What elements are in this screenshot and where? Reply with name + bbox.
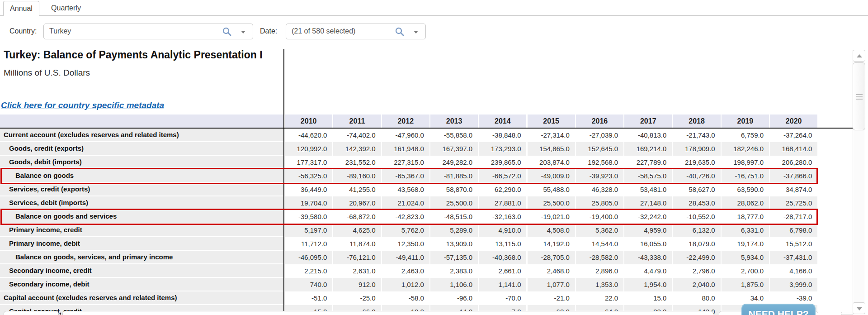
table-cell: 20,967.0 xyxy=(333,196,381,210)
table-cell: 152,645.0 xyxy=(576,142,623,156)
table-cell: 25,805.0 xyxy=(576,196,623,210)
table-cell: 2,463.0 xyxy=(382,264,429,278)
table-cell: 19,174.0 xyxy=(722,237,769,251)
country-metadata-link[interactable]: Click here for country specific metadata xyxy=(1,100,164,110)
table-cell: 178,909.0 xyxy=(673,142,720,156)
need-help-button[interactable]: NEED HELP? xyxy=(741,304,816,315)
table-cell: 1,954.0 xyxy=(624,278,672,291)
year-column-header: 2016 xyxy=(576,115,623,128)
table-header-label-cell xyxy=(0,115,283,128)
table-cell: -44,620.0 xyxy=(285,129,332,142)
table-cell: 5,289.0 xyxy=(430,224,478,237)
table-cell: 4,508.0 xyxy=(528,224,575,237)
table-cell: 219,635.0 xyxy=(673,156,720,169)
table-cell: 161,948.0 xyxy=(382,142,429,156)
table-cell: 206,280.0 xyxy=(770,156,817,169)
table-cell: 43,568.0 xyxy=(382,183,429,196)
table-cell: 2,700.0 xyxy=(722,264,769,278)
table-cell: 53,481.0 xyxy=(624,183,672,196)
table-cell: 2,631.0 xyxy=(333,264,381,278)
table-cell: -28,705.0 xyxy=(528,251,575,264)
year-column-header: 2013 xyxy=(430,115,478,128)
table-cell: 1,106.0 xyxy=(430,278,478,291)
bottom-toolbar-box[interactable] xyxy=(4,311,59,315)
table-row-label: Services, credit (exports) xyxy=(0,183,283,196)
table-cell: 5,762.0 xyxy=(382,224,429,237)
table-cell: 21,024.0 xyxy=(382,196,429,210)
highlight-red-box xyxy=(0,209,818,225)
table-row-label: Current account (excludes reserves and r… xyxy=(0,129,283,142)
scroll-up-button[interactable] xyxy=(853,50,865,62)
table-cell: -47,960.0 xyxy=(382,129,429,142)
table-row-label: Services, debit (imports) xyxy=(0,196,283,210)
year-column-header: 2014 xyxy=(479,115,526,128)
table-cell: 13,909.0 xyxy=(430,237,478,251)
table-cell: 192,568.0 xyxy=(576,156,623,169)
table-cell: -57,135.0 xyxy=(430,251,478,264)
table-cell: 203,874.0 xyxy=(528,156,575,169)
table-cell: 19,704.0 xyxy=(285,196,332,210)
table-cell: -51.0 xyxy=(285,291,332,305)
table-cell: 142,392.0 xyxy=(333,142,381,156)
date-select[interactable]: (21 of 580 selected) xyxy=(286,24,426,39)
table-cell: 6,331.0 xyxy=(722,224,769,237)
table-cell: 173,293.0 xyxy=(479,142,526,156)
table-cell: 6,759.0 xyxy=(722,129,769,142)
table-cell: -43,338.0 xyxy=(624,251,672,264)
tab-quarterly[interactable]: Quarterly xyxy=(44,1,88,16)
table-cell: 198,997.0 xyxy=(722,156,769,169)
table-cell: -28,582.0 xyxy=(576,251,623,264)
highlight-red-box xyxy=(0,168,818,184)
table-cell: 12,350.0 xyxy=(382,237,429,251)
bottom-toolbar-box[interactable] xyxy=(62,311,713,315)
table-cell: 5,197.0 xyxy=(285,224,332,237)
table-cell: 1,875.0 xyxy=(722,278,769,291)
table-cell: 2,796.0 xyxy=(673,264,720,278)
table-cell: 168,414.0 xyxy=(770,142,817,156)
table-cell: -58.0 xyxy=(382,291,429,305)
table-cell: 740.0 xyxy=(285,278,332,291)
country-select[interactable]: Turkey xyxy=(43,24,253,39)
table-cell: 182,246.0 xyxy=(722,142,769,156)
table-row-label: Primary income, debit xyxy=(0,237,283,251)
table-row-label: Secondary income, debit xyxy=(0,278,283,291)
table-cell: 912.0 xyxy=(333,278,381,291)
table-cell: 80.0 xyxy=(673,291,720,305)
grip-icon xyxy=(856,94,863,95)
table-cell: 239,865.0 xyxy=(479,156,526,169)
table-cell: -40,813.0 xyxy=(624,129,672,142)
table-cell: 15.0 xyxy=(624,291,672,305)
table-cell: -37,431.0 xyxy=(770,251,817,264)
table-cell: 41,255.0 xyxy=(333,183,381,196)
year-column-header: 2011 xyxy=(333,115,381,128)
scroll-down-button[interactable] xyxy=(853,302,865,314)
year-column-header: 2017 xyxy=(624,115,672,128)
table-cell: -49,411.0 xyxy=(382,251,429,264)
table-cell: -37,264.0 xyxy=(770,129,817,142)
table-cell: 14,192.0 xyxy=(528,237,575,251)
table-cell: 177,317.0 xyxy=(285,156,332,169)
table-cell: 4,910.0 xyxy=(479,224,526,237)
search-icon[interactable] xyxy=(222,27,232,37)
vertical-scrollbar-thumb[interactable] xyxy=(853,62,865,130)
chevron-down-icon[interactable] xyxy=(241,31,245,33)
table-cell: -22,499.0 xyxy=(673,251,720,264)
triangle-down-icon xyxy=(857,307,862,310)
table-row-label: Balance on goods, services, and primary … xyxy=(0,251,283,264)
table-cell: -55,858.0 xyxy=(430,129,478,142)
table-cell: 63,590.0 xyxy=(722,183,769,196)
table-cell: 27,148.0 xyxy=(624,196,672,210)
date-select-value: (21 of 580 selected) xyxy=(292,27,355,35)
table-cell: 154,865.0 xyxy=(528,142,575,156)
tab-annual[interactable]: Annual xyxy=(3,1,39,16)
country-filter-label: Country: xyxy=(9,27,37,35)
table-cell: 15,512.0 xyxy=(770,237,817,251)
search-icon[interactable] xyxy=(395,27,405,37)
table-cell: 18,079.0 xyxy=(673,237,720,251)
page-title: Turkey: Balance of Payments Analytic Pre… xyxy=(4,49,283,64)
grip-icon xyxy=(856,96,863,97)
table-cell: -70.0 xyxy=(479,291,526,305)
table-cell: 36,449.0 xyxy=(285,183,332,196)
table-cell: -39.0 xyxy=(770,291,817,305)
chevron-down-icon[interactable] xyxy=(414,31,418,33)
